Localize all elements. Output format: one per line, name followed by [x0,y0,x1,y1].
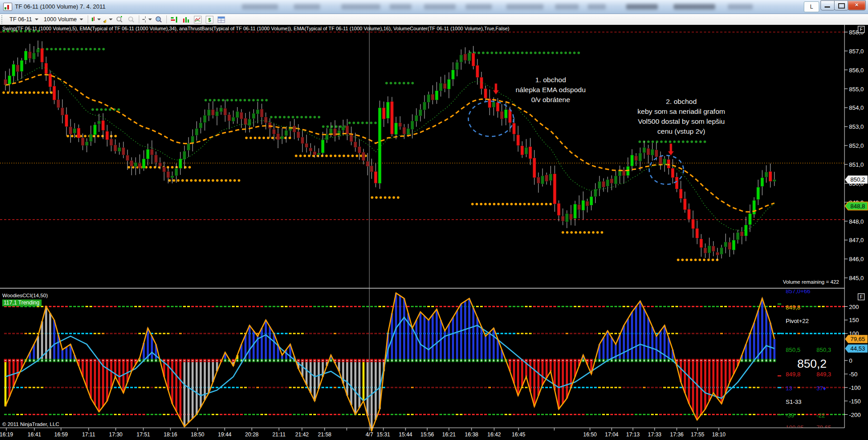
time-axis-label: 18:50 [191,431,204,438]
chart-trader-icon [170,16,178,23]
volume-bars-button[interactable] [181,14,192,24]
toolbar-separator [88,15,88,23]
indicator-descriptor: Swing(TF 06-11 (1000 Volume),5), EMA(Typ… [2,26,509,31]
price-axis-label: 855,0 [849,86,864,93]
time-axis-label: 17:11 [82,431,95,438]
cci-axis-label: 150 [849,317,859,323]
data-box-button[interactable] [153,14,164,24]
ema34-line [5,75,774,212]
cci-value-tag-text: 79,65 [850,336,865,342]
time-axis-label: 15:56 [420,431,434,438]
blurred-titlebar-item [674,4,715,9]
zoom-out-icon [127,16,135,23]
annotation-line: keby som sa neriadil grafom [625,107,737,117]
annotation-line: Vol500 dostal by som lepšiu [625,117,737,126]
price-axis-label: 853,0 [849,123,864,130]
cci-panel [4,293,845,431]
time-axis-label: 16:19 [0,431,13,438]
close-button[interactable]: × [848,0,866,10]
trade1-annotation: 1. obchod nálepka EMA odspodu 0/v obráte… [505,75,596,105]
current-price-readout: 850,2 [797,357,826,370]
time-axis-label: 17:51 [137,431,150,438]
toolbar-separator [139,15,139,23]
window-title: TF 06-11 (1000 Volume) 7. 4. 2011 [15,3,105,10]
chart-trader-button[interactable] [169,14,180,24]
crosshair-button[interactable] [142,14,152,24]
line-chart-button[interactable] [193,14,203,24]
data-grid-button[interactable] [216,14,227,24]
cci-indicator-label: WoodiesCCI(14,50) [2,293,48,298]
zoom-in-button[interactable] [114,14,125,24]
annotation-line: 1. obchod [505,75,596,85]
sidebar-value: 857,0+66 [786,288,811,295]
chart-area[interactable]: 857,0+66849,8Pivot+22850,5850,3850,2849,… [0,25,868,440]
account-button[interactable]: $ [204,14,215,24]
time-axis-label: 18:10 [712,431,726,438]
candlestick-icon [91,16,94,23]
cci-sidebar: 857,0+66849,8Pivot+22850,5850,3850,2849,… [778,288,831,431]
chevron-down-icon [80,19,83,20]
price-axis-label: 846,0 [849,256,864,262]
cci-trending-badge: 117,1 Trending [2,300,42,306]
interval-label: 1000 Volume [44,16,77,23]
zoom-out-button[interactable] [126,14,137,24]
time-axis-label: 15:44 [399,431,412,438]
blurred-titlebar-item [294,4,320,9]
time-axis-label: 17:30 [109,431,123,438]
l-button[interactable]: L [804,1,819,12]
cci-axis-label: 200 [849,304,859,310]
minimize-button[interactable] [821,0,835,10]
cci-zeroline-cells [4,359,776,362]
blurred-titlebar-item [466,4,492,9]
chart-style-button[interactable] [90,14,101,24]
volume-remaining-label: Volume remaining = 422 [746,279,839,285]
instrument-selector[interactable]: TF 06-11 [7,15,41,24]
cci50-value-tag-text: 44,53 [850,345,865,352]
annotation-line: nálepka EMA odspodu [505,85,596,95]
time-axis-label: 16:38 [465,431,478,438]
blurred-titlebar-item [341,4,380,9]
price-axis-label: 852,0 [849,142,864,149]
price-axis-label: 848,0 [849,218,864,225]
blurred-titlebar-item [242,4,278,9]
magnifier-icon [155,16,162,23]
blurred-titlebar-item [728,4,753,9]
draw-tool-button[interactable] [102,14,113,24]
toolbar-grip[interactable] [1,15,5,23]
sidebar-value: 849,8 [786,371,801,378]
time-axis-label: 20:28 [245,431,259,438]
copyright-label: © 2011 NinjaTrader, LLC [2,421,59,427]
price-axis-label: 857,0 [849,48,864,55]
chevron-down-icon [97,19,101,20]
maximize-button[interactable] [834,0,849,10]
candlestick-series [4,41,776,260]
sidebar-value: 850,5 [786,346,801,353]
sidebar-value: S1-33 [786,398,802,405]
time-axis-label: 19:44 [218,431,231,438]
blurred-titlebar-item [588,4,606,9]
table-icon [217,16,225,23]
pencil-icon [103,16,106,23]
chart-canvas[interactable]: 857,0+66849,8Pivot+22850,5850,3850,2849,… [0,25,868,440]
sidebar-value: -39 [786,412,794,419]
chevron-down-icon [35,19,38,20]
blurred-titlebar-item [390,4,411,9]
time-axis-label: 16:45 [512,431,525,438]
time-axis-label: 17:04 [605,431,618,438]
down-arrow-marker [493,84,499,94]
sidebar-value: Pivot+22 [786,318,809,324]
window-titlebar: TF 06-11 (1000 Volume) 7. 4. 2011 L × [0,0,868,14]
cci-axis-label: -150 [849,398,861,405]
blurred-titlebar-item [555,4,579,9]
time-axis-label: 17:13 [626,431,640,438]
last-price-tag-text: 850,2 [850,176,865,183]
blurred-titlebar-item [506,4,543,9]
crosshair-icon [142,16,146,23]
interval-selector[interactable]: 1000 Volume [41,15,86,24]
zoom-in-icon [116,16,123,23]
cci-panel-f-button-label: F [860,295,863,300]
cci-axis-label: 0 [849,357,852,364]
time-axis-label: 4/7 [366,431,373,438]
bars-icon [182,16,190,23]
blurred-titlebar-item [424,4,456,9]
